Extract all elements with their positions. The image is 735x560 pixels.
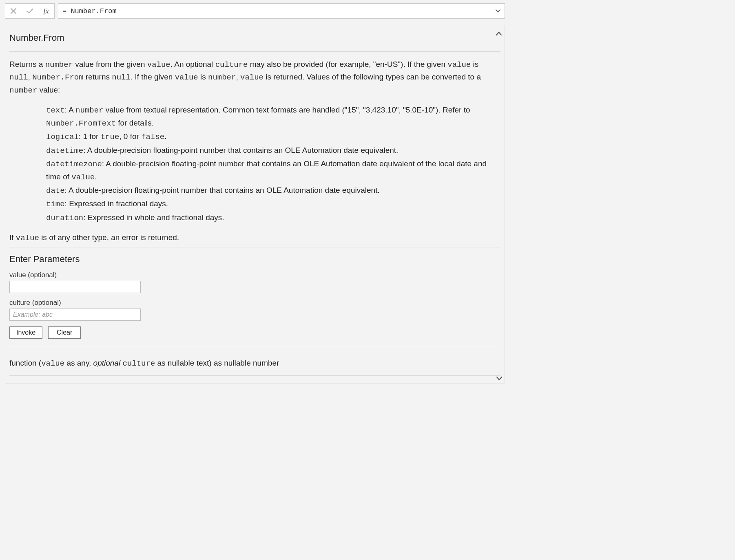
list-item: time: Expressed in fractional days. <box>46 198 500 210</box>
enter-parameters-heading: Enter Parameters <box>9 254 500 265</box>
divider <box>9 375 500 376</box>
divider <box>9 247 500 247</box>
formula-input[interactable]: = Number.From <box>58 3 505 19</box>
function-signature: function (value as any, optional culture… <box>9 354 500 373</box>
clear-button[interactable]: Clear <box>48 326 81 339</box>
divider <box>9 347 500 347</box>
type-conversion-list: text: A number value from textual repres… <box>46 104 500 224</box>
list-item: text: A number value from textual repres… <box>46 104 500 130</box>
expand-formula-icon[interactable] <box>491 8 505 14</box>
list-item: duration: Expressed in whole and fractio… <box>46 212 500 224</box>
description-tail: If value is of any other type, an error … <box>9 231 500 244</box>
list-item: date: A double-precision floating-point … <box>46 184 500 197</box>
fx-icon[interactable]: fx <box>38 4 54 18</box>
invoke-button[interactable]: Invoke <box>9 326 42 339</box>
cancel-icon[interactable] <box>5 4 22 18</box>
value-input[interactable] <box>9 281 141 293</box>
divider <box>9 51 500 52</box>
list-item: datetimezone: A double-precision floatin… <box>46 158 500 183</box>
param-label-value: value (optional) <box>9 271 500 279</box>
function-description: Returns a number value from the given va… <box>9 58 500 97</box>
param-label-culture: culture (optional) <box>9 299 500 307</box>
function-title: Number.From <box>9 30 500 49</box>
list-item: datetime: A double-precision floating-po… <box>46 144 500 157</box>
formula-bar: fx = Number.From <box>0 0 510 22</box>
example-heading: Example: Get the number value of "4". <box>9 382 500 384</box>
collapse-icon[interactable] <box>496 31 502 37</box>
function-help-pane[interactable]: Number.From Returns a number value from … <box>5 25 505 384</box>
formula-text[interactable]: = Number.From <box>58 7 491 15</box>
list-item: logical: 1 for true, 0 for false. <box>46 130 500 143</box>
scroll-down-icon[interactable] <box>496 375 503 381</box>
culture-input[interactable] <box>9 309 141 321</box>
formula-tools: fx <box>5 3 55 19</box>
confirm-icon[interactable] <box>22 4 38 18</box>
